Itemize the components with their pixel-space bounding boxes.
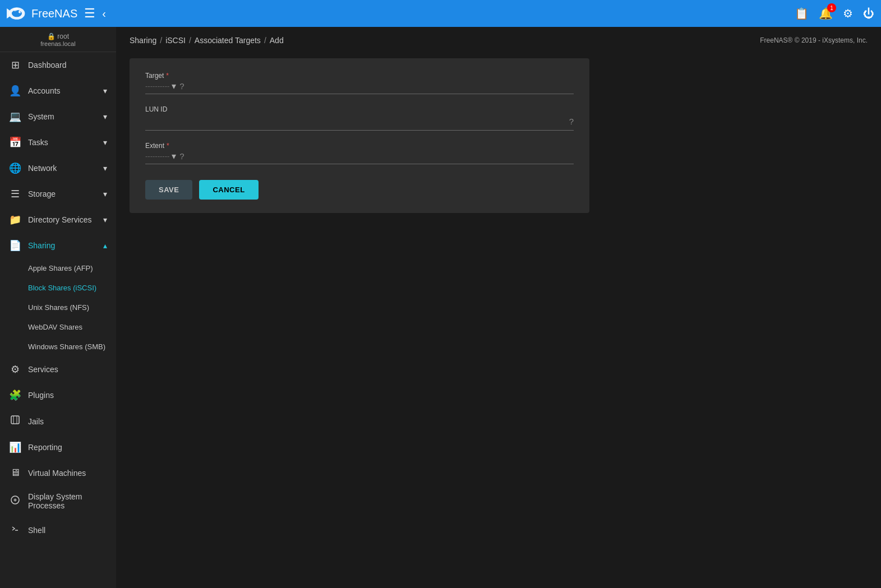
- settings-icon[interactable]: ⚙: [843, 7, 853, 20]
- extent-field: Extent * ---------- ▾ ?: [145, 142, 574, 164]
- breadcrumb-sep-3: /: [264, 36, 266, 45]
- directory-services-icon: 📁: [9, 214, 21, 226]
- sidebar-item-label: Virtual Machines: [28, 469, 86, 478]
- breadcrumb-left: Sharing / iSCSI / Associated Targets / A…: [130, 36, 284, 45]
- extent-help-icon[interactable]: ?: [179, 151, 184, 161]
- display-system-processes-icon: [9, 495, 21, 508]
- sidebar-subitem-windows-shares[interactable]: Windows Shares (SMB): [0, 337, 116, 356]
- dashboard-icon: ⊞: [9, 59, 21, 71]
- logo-text: FreeNAS: [31, 7, 77, 20]
- system-arrow-icon: ▾: [103, 112, 107, 121]
- lun-id-help-icon[interactable]: ?: [569, 117, 574, 126]
- network-arrow-icon: ▾: [103, 164, 107, 173]
- sidebar-item-virtual-machines[interactable]: 🖥 Virtual Machines: [0, 460, 116, 485]
- sidebar-item-system[interactable]: 💻 System ▾: [0, 104, 116, 129]
- sidebar-item-label: Sharing: [28, 241, 55, 250]
- sidebar-item-directory-services[interactable]: 📁 Directory Services ▾: [0, 207, 116, 233]
- extent-dropdown-arrow-icon[interactable]: ▾: [172, 151, 176, 161]
- save-button[interactable]: SAVE: [145, 180, 192, 200]
- breadcrumb-iscsi[interactable]: iSCSI: [165, 36, 186, 45]
- storage-icon: ☰: [9, 188, 21, 200]
- user-name: root: [57, 33, 69, 40]
- sidebar-item-label: Network: [28, 164, 57, 173]
- sidebar-subitem-webdav-shares[interactable]: WebDAV Shares: [0, 317, 116, 337]
- sidebar-item-services[interactable]: ⚙ Services: [0, 356, 116, 382]
- breadcrumb-sharing[interactable]: Sharing: [130, 36, 156, 45]
- hamburger-button[interactable]: ☰: [84, 6, 95, 21]
- target-dropdown-arrow-icon[interactable]: ▾: [172, 81, 176, 91]
- notes-icon[interactable]: 📋: [795, 7, 809, 20]
- content-area: Sharing / iSCSI / Associated Targets / A…: [116, 27, 881, 588]
- breadcrumb-associated-targets[interactable]: Associated Targets: [195, 36, 261, 45]
- topbar-logo: FreeNAS: [7, 3, 77, 24]
- system-icon: 💻: [9, 110, 21, 123]
- sidebar-item-label: System: [28, 112, 54, 121]
- sidebar-item-label: Plugins: [28, 391, 54, 400]
- sidebar-item-jails[interactable]: Jails: [0, 408, 116, 434]
- block-shares-label: Block Shares (iSCSI): [28, 284, 96, 292]
- sidebar-subitem-unix-shares[interactable]: Unix Shares (NFS): [0, 298, 116, 317]
- back-button[interactable]: ‹: [102, 7, 106, 20]
- power-icon[interactable]: ⏻: [863, 7, 874, 20]
- sidebar-user: 🔒 root freenas.local: [0, 27, 116, 52]
- sidebar-item-dashboard[interactable]: ⊞ Dashboard: [0, 52, 116, 78]
- extent-required-star: *: [167, 142, 169, 150]
- sidebar-item-label: Storage: [28, 189, 56, 198]
- reporting-icon: 📊: [9, 441, 21, 453]
- virtual-machines-icon: 🖥: [9, 467, 21, 479]
- breadcrumb-sep-1: /: [160, 36, 162, 45]
- accounts-arrow-icon: ▾: [103, 86, 107, 95]
- sidebar: 🔒 root freenas.local ⊞ Dashboard 👤 Accou…: [0, 27, 116, 588]
- sidebar-item-label: Directory Services: [28, 215, 92, 224]
- svg-marker-4: [7, 8, 10, 18]
- sidebar-item-label: Jails: [28, 417, 44, 426]
- sidebar-item-sharing[interactable]: 📄 Sharing ▴: [0, 233, 116, 258]
- jails-icon: [9, 415, 21, 428]
- extent-label: Extent *: [145, 142, 574, 150]
- sidebar-item-plugins[interactable]: 🧩 Plugins: [0, 382, 116, 408]
- extent-input-row: ---------- ▾ ?: [145, 151, 574, 164]
- topbar-left: FreeNAS ☰ ‹: [7, 3, 106, 24]
- svg-rect-6: [11, 416, 19, 424]
- topbar-right: 📋 🔔 1 ⚙ ⏻: [795, 7, 874, 20]
- sidebar-item-label: Accounts: [28, 86, 61, 95]
- sidebar-item-shell[interactable]: Shell: [0, 517, 116, 543]
- target-required-star: *: [166, 72, 169, 80]
- shell-icon: [9, 524, 21, 536]
- sidebar-item-accounts[interactable]: 👤 Accounts ▾: [0, 78, 116, 104]
- sidebar-item-tasks[interactable]: 📅 Tasks ▾: [0, 129, 116, 155]
- tasks-arrow-icon: ▾: [103, 138, 107, 147]
- sidebar-item-network[interactable]: 🌐 Network ▾: [0, 155, 116, 181]
- freenas-logo-icon: [7, 3, 27, 24]
- svg-point-3: [20, 11, 21, 12]
- target-help-icon[interactable]: ?: [179, 81, 184, 91]
- notification-badge: 1: [827, 3, 836, 12]
- user-lock-icon: 🔒 root: [0, 33, 116, 40]
- services-icon: ⚙: [9, 363, 21, 376]
- svg-rect-7: [13, 416, 14, 424]
- notifications-icon[interactable]: 🔔 1: [819, 7, 833, 20]
- sidebar-subitem-apple-shares[interactable]: Apple Shares (AFP): [0, 258, 116, 278]
- lun-id-input[interactable]: [145, 114, 566, 128]
- breadcrumb: Sharing / iSCSI / Associated Targets / A…: [116, 27, 881, 54]
- topbar: FreeNAS ☰ ‹ 📋 🔔 1 ⚙ ⏻: [0, 0, 881, 27]
- cancel-button[interactable]: CANCEL: [199, 180, 258, 200]
- breadcrumb-add: Add: [270, 36, 284, 45]
- sidebar-item-reporting[interactable]: 📊 Reporting: [0, 434, 116, 460]
- sidebar-item-display-system-processes[interactable]: Display System Processes: [0, 485, 116, 517]
- extent-placeholder: ----------: [145, 152, 169, 160]
- main-layout: 🔒 root freenas.local ⊞ Dashboard 👤 Accou…: [0, 27, 881, 588]
- svg-rect-8: [16, 416, 17, 424]
- lun-id-field: LUN ID ?: [145, 105, 574, 131]
- sidebar-item-label: Display System Processes: [28, 492, 107, 510]
- sidebar-item-storage[interactable]: ☰ Storage ▾: [0, 181, 116, 207]
- plugins-icon: 🧩: [9, 389, 21, 401]
- sidebar-subitem-block-shares[interactable]: Block Shares (iSCSI): [0, 278, 116, 298]
- sidebar-item-label: Dashboard: [28, 61, 67, 70]
- lun-id-input-row[interactable]: ?: [145, 114, 574, 131]
- network-icon: 🌐: [9, 162, 21, 174]
- sidebar-item-label: Reporting: [28, 443, 62, 452]
- tasks-icon: 📅: [9, 136, 21, 149]
- apple-shares-label: Apple Shares (AFP): [28, 264, 93, 272]
- user-host: freenas.local: [0, 40, 116, 47]
